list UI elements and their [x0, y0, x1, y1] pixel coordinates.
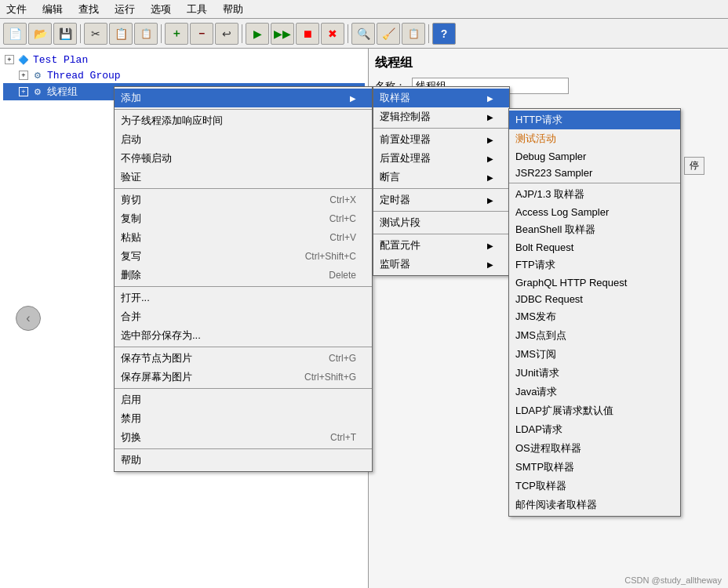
- tb-search[interactable]: 🔍: [351, 23, 375, 45]
- tb-cut[interactable]: ✂: [84, 23, 107, 45]
- ctx1-cut[interactable]: 剪切 Ctrl+X: [115, 191, 372, 209]
- tb-new[interactable]: 📄: [3, 23, 27, 45]
- ctx2-pre-proc[interactable]: 前置处理器 ▶: [373, 130, 509, 149]
- ctx3-ajp[interactable]: AJP/1.3 取样器: [509, 185, 680, 204]
- stop-button[interactable]: 停: [684, 157, 704, 175]
- ctx1-save-screen-img[interactable]: 保存屏幕为图片 Ctrl+Shift+G: [115, 368, 372, 387]
- ctx3-ldap-ext[interactable]: LDAP扩展请求默认值: [509, 401, 680, 420]
- ctx2-sampler-label: 取样器: [380, 91, 410, 105]
- watermark: CSDN @study_alltheway: [624, 575, 722, 585]
- ctx3-java-label: Java请求: [515, 385, 557, 399]
- panel-title: 线程组: [375, 55, 722, 71]
- ctx1-toggle[interactable]: 切换 Ctrl+T: [115, 428, 372, 447]
- ctx3-jms-p2p[interactable]: JMS点到点: [509, 326, 680, 345]
- ctx3-http-req[interactable]: HTTP请求: [509, 111, 680, 129]
- ctx1-start[interactable]: 启动: [115, 130, 372, 149]
- ctx3-test-action[interactable]: 测试活动: [509, 129, 680, 148]
- ctx2-post-proc[interactable]: 后置处理器 ▶: [373, 149, 509, 168]
- tb-copy[interactable]: 📋: [109, 23, 133, 45]
- ctx3-access-log[interactable]: Access Log Sampler: [509, 204, 680, 220]
- tb-shutdown[interactable]: ✖: [321, 23, 344, 45]
- tb-open[interactable]: 📂: [28, 23, 52, 45]
- ctx1-sep4: [115, 347, 372, 347]
- ctx1-open[interactable]: 打开...: [115, 289, 372, 307]
- ctx3-ldap[interactable]: LDAP请求: [509, 420, 680, 439]
- ctx1-add-arrow: ▶: [350, 94, 356, 103]
- menu-file[interactable]: 文件: [3, 2, 30, 17]
- ctx3-mail-reader-label: 邮件阅读者取样器: [515, 498, 597, 512]
- ctx1-validate[interactable]: 验证: [115, 168, 372, 187]
- ctx2-timer[interactable]: 定时器 ▶: [373, 191, 509, 209]
- menu-edit[interactable]: 编辑: [39, 2, 66, 17]
- ctx1-disable[interactable]: 禁用: [115, 409, 372, 428]
- ctx3-java[interactable]: Java请求: [509, 383, 680, 401]
- tb-help[interactable]: ?: [432, 23, 456, 45]
- ctx1-enable[interactable]: 启用: [115, 390, 372, 409]
- ctx3-jdbc[interactable]: JDBC Request: [509, 291, 680, 307]
- menu-options[interactable]: 选项: [147, 2, 174, 17]
- ctx1-delete[interactable]: 删除 Delete: [115, 266, 372, 285]
- tree-item-threadgroup[interactable]: + ⚙ Thread Group: [3, 67, 365, 83]
- ctx1-disable-label: 禁用: [121, 412, 141, 426]
- expand-threadgroup[interactable]: +: [19, 71, 28, 80]
- ctx3-bolt-label: Bolt Request: [515, 241, 573, 253]
- ctx2-listener[interactable]: 监听器 ▶: [373, 255, 509, 274]
- ctx1-copy-label: 复制: [121, 212, 141, 226]
- tb-stop[interactable]: ⏹: [296, 23, 319, 45]
- ctx2-listener-label: 监听器: [380, 257, 410, 271]
- menu-help[interactable]: 帮助: [220, 2, 246, 17]
- scroll-left-arrow[interactable]: ‹: [16, 306, 41, 331]
- ctx2-test-frag[interactable]: 测试片段: [373, 213, 509, 232]
- expand-xianchen[interactable]: +: [19, 87, 28, 96]
- ctx3-os-proc[interactable]: OS进程取样器: [509, 439, 680, 458]
- tb-save[interactable]: 💾: [53, 23, 77, 45]
- ctx1-cut-label: 剪切: [121, 193, 141, 207]
- ctx1-add-think[interactable]: 为子线程添加响应时间: [115, 111, 372, 130]
- ctx3-bolt[interactable]: Bolt Request: [509, 239, 680, 256]
- ctx3-debug-sampler[interactable]: Debug Sampler: [509, 148, 680, 165]
- ctx1-save-node-img-label: 保存节点为图片: [121, 351, 192, 365]
- ctx2-assertion[interactable]: 断言 ▶: [373, 168, 509, 187]
- ctx1-paste[interactable]: 粘贴 Ctrl+V: [115, 228, 372, 247]
- tree-item-testplan[interactable]: + 🔷 Test Plan: [3, 52, 365, 67]
- menu-run[interactable]: 运行: [111, 2, 138, 17]
- ctx3-graphql[interactable]: GraphQL HTTP Request: [509, 274, 680, 291]
- ctx3-mail-reader[interactable]: 邮件阅读者取样器: [509, 495, 680, 514]
- tb-remove[interactable]: －: [190, 23, 213, 45]
- tb-clear[interactable]: 🧹: [377, 23, 400, 45]
- tb-start-no-pause[interactable]: ▶▶: [271, 23, 294, 45]
- ctx3-jms-pub[interactable]: JMS发布: [509, 307, 680, 326]
- tb-start[interactable]: ▶: [246, 23, 269, 45]
- ctx3-junit[interactable]: JUnit请求: [509, 364, 680, 383]
- ctx1-add-think-label: 为子线程添加响应时间: [121, 114, 223, 128]
- ctx1-merge[interactable]: 合并: [115, 307, 372, 326]
- ctx1-save-node-img[interactable]: 保存节点为图片 Ctrl+G: [115, 349, 372, 368]
- threadgroup-icon: ⚙: [31, 69, 44, 82]
- tb-add[interactable]: ＋: [165, 23, 188, 45]
- ctx3-beanshell[interactable]: BeanShell 取样器: [509, 220, 680, 239]
- ctx3-ftp[interactable]: FTP请求: [509, 256, 680, 274]
- ctx3-tcp[interactable]: TCP取样器: [509, 477, 680, 495]
- ctx3-smtp[interactable]: SMTP取样器: [509, 458, 680, 477]
- ctx2-logic-ctrl[interactable]: 逻辑控制器 ▶: [373, 107, 509, 126]
- ctx3-jsr223[interactable]: JSR223 Sampler: [509, 165, 680, 181]
- ctx1-add[interactable]: 添加 ▶: [115, 89, 372, 107]
- expand-testplan[interactable]: +: [5, 55, 14, 64]
- ctx2-sep4: [373, 234, 509, 234]
- ctx2-sep1: [373, 128, 509, 129]
- ctx2-config-elem[interactable]: 配置元件 ▶: [373, 236, 509, 255]
- ctx3-jms-sub[interactable]: JMS订阅: [509, 345, 680, 364]
- ctx2-sampler[interactable]: 取样器 ▶: [373, 89, 509, 107]
- tb-paste[interactable]: 📋: [134, 23, 158, 45]
- menu-tools[interactable]: 工具: [184, 2, 210, 17]
- ctx1-cut-shortcut: Ctrl+X: [329, 194, 356, 205]
- ctx1-help[interactable]: 帮助: [115, 451, 372, 470]
- tb-undo[interactable]: ↩: [215, 23, 238, 45]
- ctx1-copy[interactable]: 复制 Ctrl+C: [115, 209, 372, 228]
- ctx1-save-select[interactable]: 选中部分保存为...: [115, 326, 372, 345]
- ctx1-rewrite[interactable]: 复写 Ctrl+Shift+C: [115, 247, 372, 266]
- menu-find[interactable]: 查找: [75, 2, 102, 17]
- tb-remote[interactable]: 📋: [402, 23, 425, 45]
- ctx1-start-nodelay[interactable]: 不停顿启动: [115, 149, 372, 168]
- ctx3-ftp-label: FTP请求: [515, 258, 555, 272]
